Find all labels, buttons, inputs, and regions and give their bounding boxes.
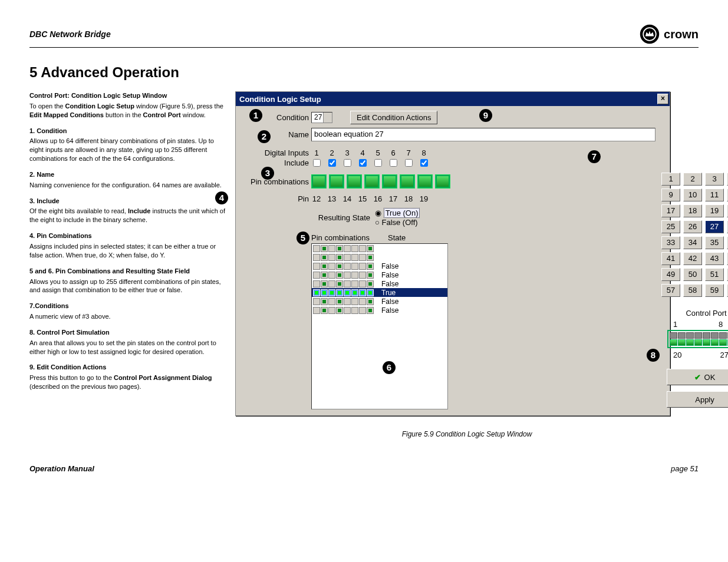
cps-cell[interactable] (678, 332, 686, 339)
condition-button[interactable]: 59 (705, 284, 724, 297)
pin-led[interactable] (329, 174, 344, 189)
cps-cell[interactable] (694, 332, 702, 339)
callout-1: 1 (249, 109, 262, 122)
condition-button[interactable]: 25 (661, 220, 680, 233)
name-field[interactable]: boolean equation 27 (311, 128, 655, 141)
condition-button[interactable]: 57 (661, 284, 680, 297)
pin-number: 19 (416, 194, 431, 203)
condition-button[interactable]: 43 (705, 252, 724, 265)
include-checkbox[interactable] (313, 159, 321, 167)
pin-led[interactable] (382, 174, 397, 189)
para-2: Naming convenience for the configuration… (29, 181, 227, 190)
list-row[interactable]: False (312, 297, 447, 306)
condition-button[interactable]: 1 (661, 173, 680, 186)
condition-button[interactable]: 49 (661, 268, 680, 281)
condition-button[interactable]: 10 (683, 189, 702, 201)
conditions-label: Conditions (661, 160, 728, 169)
condition-button[interactable]: 34 (683, 236, 702, 249)
condition-button[interactable]: 17 (661, 204, 680, 217)
condition-button[interactable]: 50 (683, 268, 702, 281)
brand-text: crown (664, 28, 699, 41)
condition-button[interactable]: 2 (683, 173, 702, 186)
description-column: Control Port: Condition Logic Setup Wind… (29, 91, 227, 398)
condition-spinner[interactable]: 27▲▼ (311, 112, 332, 123)
condition-button[interactable]: 27 (705, 220, 724, 233)
condition-button[interactable]: 3 (705, 173, 724, 186)
heading-2: 2. Name (29, 170, 227, 179)
heading-8: 8. Control Port Simulation (29, 328, 227, 337)
pin-led[interactable] (347, 174, 362, 189)
list-row[interactable]: False (312, 270, 447, 279)
cps-cell[interactable] (686, 332, 694, 339)
list-row[interactable]: False (312, 279, 447, 288)
callout-4: 4 (215, 191, 228, 204)
condition-button[interactable]: 51 (705, 268, 724, 281)
pin-led[interactable] (364, 174, 380, 189)
brand-logo: crown (639, 24, 699, 45)
radio-true[interactable]: ◉ True (On) (375, 209, 420, 217)
pin-led[interactable] (417, 174, 433, 189)
digital-input-number: 5 (370, 148, 386, 157)
callout-6: 6 (383, 361, 396, 374)
apply-button[interactable]: Apply (667, 391, 729, 408)
pin-number: 14 (340, 194, 355, 203)
list-row[interactable] (312, 253, 447, 262)
window-title: Condition Logic Setup (239, 95, 321, 104)
include-checkbox[interactable] (390, 159, 397, 167)
callout-9: 9 (479, 109, 492, 122)
radio-false[interactable]: ○ False (Off) (375, 218, 420, 227)
cps-cell[interactable] (686, 339, 694, 346)
list-row[interactable]: True (312, 288, 447, 297)
pin-led[interactable] (400, 174, 415, 189)
window-titlebar[interactable]: Condition Logic Setup × (236, 92, 670, 106)
list-header-state: State (388, 233, 406, 242)
condition-button[interactable]: 26 (683, 220, 702, 233)
edit-condition-actions-button[interactable]: Edit Condition Actions (350, 111, 437, 124)
pin-led[interactable] (311, 174, 327, 189)
list-row[interactable]: False (312, 306, 447, 315)
cps-cell[interactable] (711, 339, 719, 346)
heading-9: 9. Edit Condition Actions (29, 363, 227, 372)
include-checkbox[interactable] (405, 159, 413, 167)
digital-inputs-numbers: 12345678 (309, 148, 431, 157)
condition-button[interactable]: 33 (661, 236, 680, 249)
cps-cell[interactable] (703, 332, 710, 339)
include-label: Include (241, 158, 309, 167)
condition-button[interactable]: 35 (705, 236, 724, 249)
digital-inputs-label: Digital Inputs (241, 148, 309, 157)
para-3: Of the eight bits available to read, Inc… (29, 207, 227, 224)
cps-cell[interactable] (694, 339, 702, 346)
pin-combination-leds (311, 174, 450, 189)
include-checkbox[interactable] (420, 159, 428, 167)
condition-button[interactable]: 9 (661, 189, 680, 201)
cps-cell[interactable] (711, 332, 719, 339)
condition-button[interactable]: 19 (705, 204, 724, 217)
cps-cell[interactable] (670, 339, 677, 346)
close-button[interactable]: × (657, 94, 668, 104)
pin-led[interactable] (435, 174, 450, 189)
cps-cell[interactable] (678, 339, 686, 346)
include-checkbox[interactable] (344, 159, 351, 167)
footer-right: page 51 (671, 464, 699, 473)
cps-cell[interactable] (670, 332, 677, 339)
condition-button[interactable]: 58 (683, 284, 702, 297)
condition-button[interactable]: 11 (705, 189, 724, 201)
heading-7: 7.Conditions (29, 302, 227, 310)
pin-combinations-listbox[interactable]: FalseFalseFalseTrueFalseFalse (311, 243, 448, 409)
condition-button[interactable]: 41 (661, 252, 680, 265)
condition-button[interactable]: 18 (683, 204, 702, 217)
cps-cell[interactable] (719, 339, 727, 346)
list-row[interactable] (312, 244, 447, 253)
page-header: DBC Network Bridge crown (29, 24, 699, 48)
include-checkbox[interactable] (328, 159, 336, 167)
condition-button[interactable]: 42 (683, 252, 702, 265)
include-checkbox[interactable] (374, 159, 382, 167)
ok-button[interactable]: ✔OK (667, 369, 729, 385)
include-checkboxes (309, 157, 431, 168)
list-row[interactable]: False (312, 262, 447, 270)
cps-cell[interactable] (719, 332, 727, 339)
conditions-grid: 1234567891011121314151617181920212223242… (661, 173, 728, 297)
include-checkbox[interactable] (359, 159, 367, 167)
callout-3: 3 (261, 167, 274, 180)
cps-cell[interactable] (703, 339, 710, 346)
